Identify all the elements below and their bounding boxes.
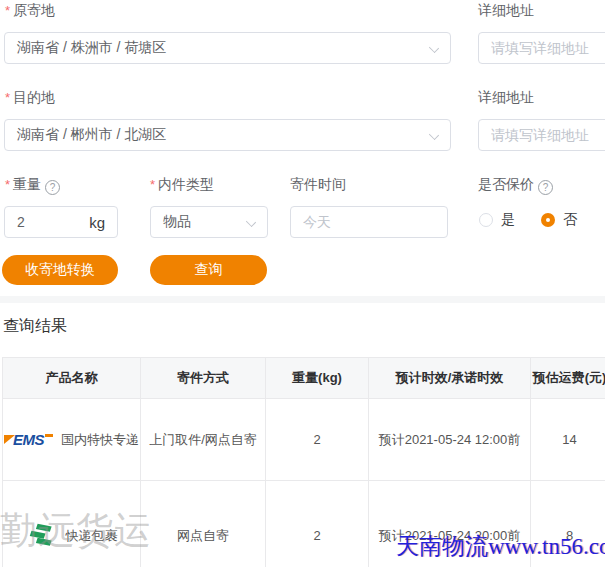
required-mark: * [5,177,10,192]
results-table: 产品名称 寄件方式 重量(kg) 预计时效/承诺时效 预估运费(元) EMS 国… [2,357,605,567]
destination-select[interactable]: 湖南省 / 郴州市 / 北湖区 [4,119,451,151]
send-time-label: 寄件时间 [290,176,346,194]
send-time-input[interactable] [303,214,435,230]
weight-label: *重量? [5,176,60,195]
origin-detail-label: 详细地址 [478,2,534,20]
weight-unit: kg [83,214,105,231]
weight-field: kg [4,206,118,238]
radio-unchecked-icon [479,213,493,227]
origin-detail-input[interactable] [491,40,600,56]
section-divider [0,296,605,303]
ems-dash-icon [45,434,53,437]
table-header-row: 产品名称 寄件方式 重量(kg) 预计时效/承诺时效 预估运费(元) [3,358,605,399]
header-product: 产品名称 [3,358,141,399]
product-name: 快递包裹 [66,527,118,545]
destination-detail-input[interactable] [491,127,600,143]
insurance-radio-group: 是 否 [479,211,577,229]
eta-cell: 预计2021-05-24 20:00前 [369,481,531,567]
destination-detail-field [478,119,605,151]
required-mark: * [150,177,155,192]
product-cell: EMS 国内特快专递 [3,399,141,481]
radio-checked-icon [541,213,555,227]
cost-cell: 14 [531,399,605,481]
origin-detail-field [478,32,605,64]
cost-cell: 8 [531,481,605,567]
content-type-label: *内件类型 [150,176,214,194]
destination-label: *目的地 [5,89,55,107]
header-weight: 重量(kg) [266,358,369,399]
parcel-logo-icon [26,522,58,550]
destination-detail-label: 详细地址 [478,89,534,107]
weight-cell: 2 [266,399,369,481]
method-cell: 上门取件/网点自寄 [141,399,266,481]
ems-logo: EMS [4,432,53,447]
swap-address-button[interactable]: 收寄地转换 [2,255,118,285]
weight-cell: 2 [266,481,369,567]
required-mark: * [5,90,10,105]
insurance-radio-no[interactable]: 否 [541,211,577,229]
chevron-down-icon [429,130,439,140]
product-name: 国内特快专递 [61,431,139,449]
query-button[interactable]: 查询 [150,255,267,285]
chevron-down-icon [246,217,256,227]
eta-cell: 预计2021-05-24 12:00前 [369,399,531,481]
header-method: 寄件方式 [141,358,266,399]
shipping-rate-query-page: *原寄地 湖南省 / 株洲市 / 荷塘区 详细地址 *目的地 湖南省 / 郴州市… [0,0,605,567]
origin-select-value: 湖南省 / 株洲市 / 荷塘区 [17,39,166,57]
content-type-select[interactable]: 物品 [150,206,268,238]
destination-select-value: 湖南省 / 郴州市 / 北湖区 [17,126,166,144]
help-icon[interactable]: ? [538,180,553,195]
insurance-label: 是否保价? [478,176,553,195]
header-eta: 预计时效/承诺时效 [369,358,531,399]
product-cell: 快递包裹 [3,481,141,567]
origin-label: *原寄地 [5,2,55,20]
chevron-down-icon [429,43,439,53]
weight-input[interactable] [17,214,77,230]
results-title: 查询结果 [3,316,67,337]
origin-select[interactable]: 湖南省 / 株洲市 / 荷塘区 [4,32,451,64]
send-time-field [290,206,448,238]
insurance-radio-yes[interactable]: 是 [479,211,515,229]
table-row: 快递包裹 网点自寄 2 预计2021-05-24 20:00前 8 [3,481,605,567]
table-row: EMS 国内特快专递 上门取件/网点自寄 2 预计2021-05-24 12:0… [3,399,605,481]
required-mark: * [5,3,10,18]
content-type-value: 物品 [163,213,191,231]
method-cell: 网点自寄 [141,481,266,567]
help-icon[interactable]: ? [45,180,60,195]
header-cost: 预估运费(元) [531,358,605,399]
